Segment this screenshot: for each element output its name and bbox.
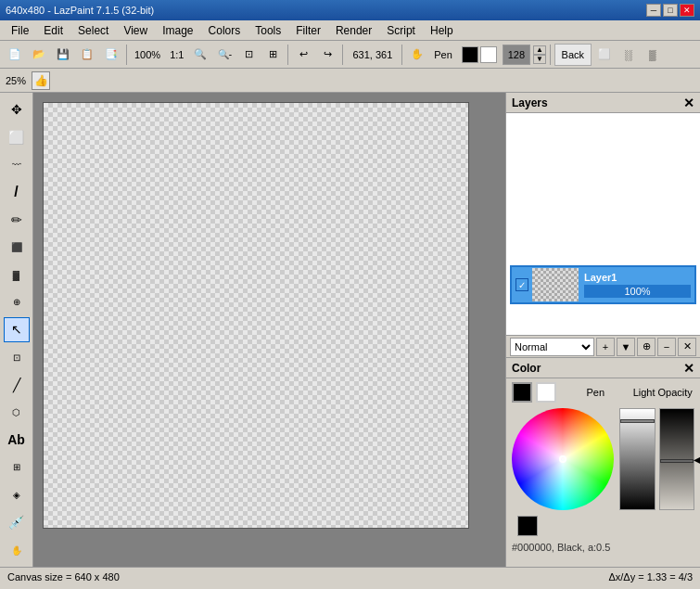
pen-color-swatch[interactable] [512,382,532,403]
canvas[interactable] [43,102,469,529]
fill-tool[interactable]: ▓ [4,262,30,288]
title-bar-text: 640x480 - LazPaint 7.1.5 (32-bit) [6,5,154,16]
main-area: ✥ ⬜ 〰 / ✏ ⬛ ▓ ⊕ ↖ ⊡ ╱ ⬡ Ab ⊞ ◈ 💉 ✋ Layer… [0,93,700,567]
maximize-button[interactable]: □ [663,4,678,17]
background-color[interactable] [480,46,497,63]
layers-header: Layers ✕ [506,93,700,113]
coordinates-display: 631, 361 [347,49,398,60]
menu-tools[interactable]: Tools [248,20,288,40]
tool-panel: ✥ ⬜ 〰 / ✏ ⬛ ▓ ⊕ ↖ ⊡ ╱ ⬡ Ab ⊞ ◈ 💉 ✋ [0,93,33,567]
zoom-level: 100% [131,49,164,60]
pen-tool[interactable]: / [4,179,30,205]
opacity-up[interactable]: ▲ [533,45,546,55]
current-color-swatch[interactable] [517,516,538,536]
sep1 [126,45,127,65]
extra-btn1[interactable]: ⬜ [593,44,616,66]
menu-script[interactable]: Script [379,20,423,40]
menu-render[interactable]: Render [328,20,379,40]
brush-tool[interactable]: ✏ [4,207,30,233]
layers-title: Layers [512,96,548,109]
cursor-tool[interactable]: ↖ [4,317,30,343]
layer-info: Layer1 100% [584,272,691,298]
shape-tool[interactable]: ⬡ [4,400,30,426]
gradient-tool[interactable]: ◈ [4,482,30,508]
color-close-button[interactable]: ✕ [683,361,694,376]
minimize-button[interactable]: ─ [646,4,661,17]
move-tool[interactable]: ✥ [4,96,30,122]
layer-visibility-checkbox[interactable]: ✓ [515,278,528,291]
menu-image[interactable]: Image [155,20,200,40]
select-rect-tool[interactable]: ⬜ [4,124,30,150]
color-panel: Color ✕ Pen Light Opacity [506,358,700,567]
toolbar: 📄 📂 💾 📋 📑 100% 1:1 🔍 🔍- ⊡ ⊞ ↩ ↪ 631, 361… [0,41,700,69]
hand-cursor-button[interactable]: ✋ [406,44,428,66]
menu-edit[interactable]: Edit [36,20,70,40]
color-header: Color ✕ [506,358,700,378]
pen-label: Pen [430,49,456,60]
right-panel: Layers ✕ ✓ Layer1 100% Norma [505,93,700,567]
layer-merge-button[interactable]: ▼ [617,338,635,356]
secondary-toolbar: 25% 👍 [0,69,700,93]
layer-name: Layer1 [584,272,691,283]
blend-mode-select[interactable]: Normal [510,338,594,356]
zoom-fit-button[interactable]: ⊡ [237,44,260,66]
lightness-slider[interactable] [619,408,655,510]
bg-color-swatch[interactable] [536,382,556,403]
extra-btn3[interactable]: ▒ [642,44,664,66]
grid-button[interactable]: ⊞ [261,44,284,66]
close-button[interactable]: ✕ [680,4,694,17]
thumbnail-view-button[interactable]: 👍 [32,71,50,90]
pattern-tool[interactable]: ⊞ [4,455,30,480]
menu-colors[interactable]: Colors [201,20,248,40]
zoom-in-button[interactable]: 🔍 [189,44,211,66]
color-picker-tool[interactable]: 💉 [4,510,30,536]
text-tool[interactable]: Ab [4,427,30,453]
menu-file[interactable]: File [4,20,36,40]
color-wheel-cursor [559,455,566,463]
extra-btn2[interactable]: ░ [617,44,640,66]
layer-duplicate-button[interactable]: ⊕ [637,338,655,356]
sep5 [550,45,551,65]
layer-item[interactable]: ✓ Layer1 100% [510,265,696,304]
menu-view[interactable]: View [116,20,155,40]
copy-button[interactable]: 📑 [100,44,122,66]
color-value-row: #000000, Black, a:0.5 [506,540,700,557]
opacity-down[interactable]: ▼ [533,55,546,64]
color-bottom-row [506,514,700,540]
color-wheel[interactable] [512,408,614,510]
eraser-tool[interactable]: ⬛ [4,235,30,261]
menu-help[interactable]: Help [423,20,461,40]
layer-close-button[interactable]: ✕ [678,338,696,356]
redo-button[interactable]: ↪ [316,44,338,66]
line-tool[interactable]: ╱ [4,372,30,398]
undo-button[interactable]: ↩ [292,44,314,66]
opacity-display: 128 [503,45,530,65]
canvas-area[interactable] [33,93,505,567]
hand-tool[interactable]: ✋ [4,537,30,563]
new-button[interactable]: 📄 [4,44,26,66]
layer-opacity: 100% [584,285,691,298]
back-button[interactable]: Back [554,44,592,66]
menu-select[interactable]: Select [70,20,116,40]
export-button[interactable]: 📋 [76,44,98,66]
color-tabs: Pen Light Opacity [506,378,700,404]
alpha-slider[interactable]: ◀ [659,408,695,510]
foreground-color[interactable] [462,46,478,63]
layers-close-button[interactable]: ✕ [683,96,694,110]
color-sliders: ◀ [619,408,694,510]
open-button[interactable]: 📂 [28,44,50,66]
select-lasso-tool[interactable]: 〰 [4,151,30,177]
delta-status: Δx/Δy = 1.33 = 4/3 [608,571,693,583]
layer-add-button[interactable]: + [596,338,615,356]
menu-bar: File Edit Select View Image Colors Tools… [0,20,700,41]
sep2 [287,45,288,65]
layer-thumbnail [532,268,579,301]
sep3 [342,45,343,65]
clone-tool[interactable]: ⊕ [4,289,30,315]
save-button[interactable]: 💾 [52,44,74,66]
crop-tool[interactable]: ⊡ [4,344,30,370]
layer-delete-button[interactable]: − [657,338,676,356]
color-hex-value: #000000, Black, a:0.5 [512,542,610,553]
zoom-out-button[interactable]: 🔍- [213,44,235,66]
menu-filter[interactable]: Filter [288,20,328,40]
